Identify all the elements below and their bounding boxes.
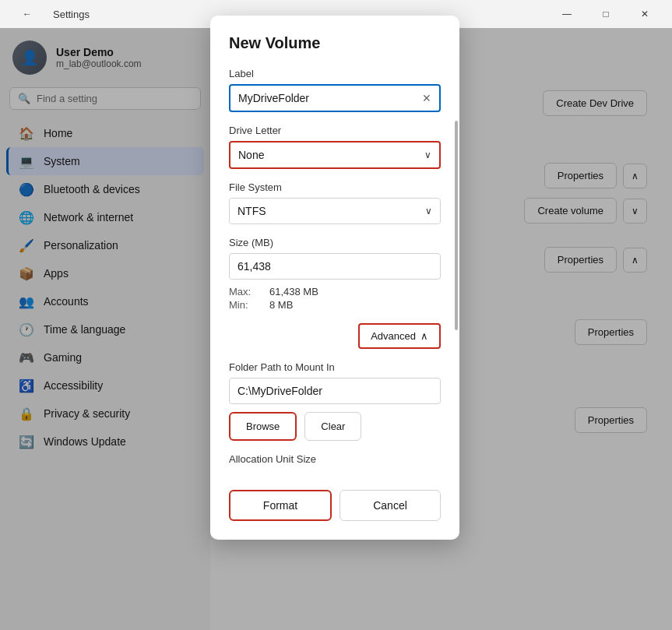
drive-letter-label: Drive Letter [229,125,441,136]
size-input[interactable] [229,253,441,280]
max-label: Max: [229,286,260,297]
minimize-button[interactable]: — [549,2,585,26]
advanced-toggle-button[interactable]: Advanced ∧ [358,323,441,349]
format-button[interactable]: Format [229,490,332,521]
size-info: Max: 61,438 MB Min: 8 MB [229,286,441,311]
folder-path-label: Folder Path to Mount In [229,361,441,373]
size-label: Size (MB) [229,237,441,248]
allocation-label: Allocation Unit Size [229,453,441,465]
folder-path-input[interactable] [229,378,441,404]
advanced-label: Advanced [371,330,416,342]
advanced-chevron-icon: ∧ [420,330,428,342]
cancel-button[interactable]: Cancel [340,490,441,521]
browse-button[interactable]: Browse [229,412,297,441]
label-input[interactable] [229,84,441,112]
min-label: Min: [229,299,260,311]
file-system-select-wrap: NTFS FAT32 exFAT ReFS ∨ [229,198,441,224]
label-field-label: Label [229,68,441,79]
window-controls: — □ ✕ [549,2,663,26]
drive-letter-select-wrap: None D: E: F: G: ∨ [229,141,441,169]
folder-btn-row: Browse Clear [229,412,441,441]
file-system-label: File System [229,181,441,193]
close-button[interactable]: ✕ [627,2,663,26]
back-button[interactable]: ← [9,2,45,26]
clear-button[interactable]: Clear [304,412,361,441]
new-volume-dialog: New Volume Label ✕ Drive Letter None D: … [210,16,459,540]
app-title: Settings [53,9,90,20]
file-system-select[interactable]: NTFS FAT32 exFAT ReFS [230,199,440,223]
dialog-title: New Volume [229,34,441,52]
label-clear-button[interactable]: ✕ [419,90,435,106]
maximize-button[interactable]: □ [588,2,624,26]
dialog-footer: Format Cancel [210,490,459,540]
min-value: 8 MB [269,299,293,311]
scrollbar-thumb [455,121,458,330]
drive-letter-select[interactable]: None D: E: F: G: [230,143,439,167]
max-value: 61,438 MB [269,286,318,297]
label-input-wrap: ✕ [229,84,441,112]
